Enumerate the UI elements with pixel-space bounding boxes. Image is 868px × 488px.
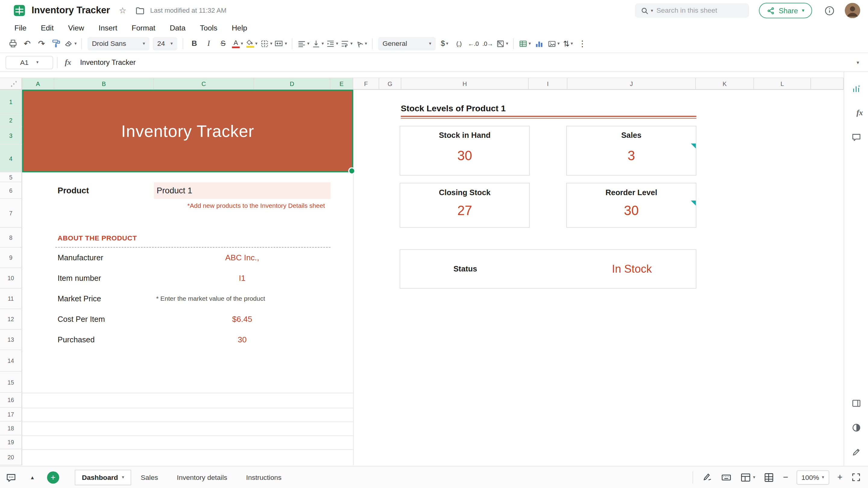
- zoom-level-select[interactable]: 100% ▾: [796, 470, 829, 484]
- row-header-20[interactable]: 20: [0, 450, 22, 465]
- favorite-star-icon[interactable]: ☆: [119, 5, 126, 16]
- row-header-1[interactable]: 1: [0, 90, 22, 114]
- row-header-7[interactable]: 7: [0, 199, 22, 228]
- row-header-13[interactable]: 13: [0, 329, 22, 350]
- row-header-8[interactable]: 8: [0, 228, 22, 248]
- font-family-select[interactable]: Droid Sans ▾: [87, 37, 150, 50]
- card-reorder-level[interactable]: Reorder Level 30: [566, 183, 696, 228]
- document-title[interactable]: Inventory Tracker: [32, 5, 110, 16]
- row-header-9[interactable]: 9: [0, 248, 22, 268]
- functions-panel-icon[interactable]: fx: [854, 107, 865, 118]
- comma-format-button[interactable]: (,): [453, 36, 466, 51]
- insert-chart-button[interactable]: [532, 36, 546, 51]
- formula-bar-expand-icon[interactable]: ▾: [857, 59, 859, 65]
- row-header-2[interactable]: 2: [0, 114, 22, 127]
- menu-tools[interactable]: Tools: [193, 24, 224, 32]
- add-sheet-button[interactable]: +: [47, 471, 59, 483]
- eraser-button[interactable]: ▾: [64, 36, 77, 51]
- edit-tools-icon[interactable]: [851, 447, 862, 458]
- contrast-theme-icon[interactable]: [851, 422, 862, 433]
- about-heading-cell[interactable]: ABOUT THE PRODUCT: [58, 228, 137, 248]
- row-header-15[interactable]: 15: [0, 372, 22, 393]
- chat-comments-icon[interactable]: [5, 472, 17, 483]
- column-header-i[interactable]: I: [529, 78, 567, 89]
- detail-value-item-number[interactable]: I1: [154, 268, 331, 289]
- app-logo-icon[interactable]: [13, 4, 25, 17]
- row-header-5[interactable]: 5: [0, 172, 22, 182]
- layout-view-button[interactable]: ▾: [740, 472, 755, 483]
- product-value-cell[interactable]: Product 1: [154, 182, 331, 199]
- card-closing-stock[interactable]: Closing Stock 27: [400, 183, 530, 228]
- text-color-button[interactable]: A ▾: [231, 36, 244, 51]
- folder-icon[interactable]: [135, 5, 145, 16]
- collapse-toolbar-icon[interactable]: ▲: [30, 475, 35, 480]
- row-header-14[interactable]: 14: [0, 350, 22, 372]
- conditional-format-button[interactable]: ▾: [495, 36, 509, 51]
- bold-button[interactable]: B: [188, 36, 201, 51]
- signature-icon[interactable]: [702, 472, 713, 483]
- decrease-decimal-button[interactable]: ←.0: [467, 36, 480, 51]
- status-card[interactable]: Status In Stock: [400, 250, 696, 289]
- strikethrough-button[interactable]: S: [216, 36, 230, 51]
- fill-color-button[interactable]: ▾: [245, 36, 258, 51]
- detail-value-cost-per-item[interactable]: $6.45: [154, 309, 331, 329]
- panel-toggle-icon[interactable]: [851, 398, 862, 409]
- fullscreen-icon[interactable]: [851, 472, 861, 483]
- more-options-button[interactable]: ⋮: [576, 36, 589, 51]
- print-button[interactable]: [6, 36, 19, 51]
- detail-label-purchased[interactable]: Purchased: [58, 329, 95, 350]
- search-input[interactable]: [655, 6, 743, 15]
- sheet-tab-instructions[interactable]: Instructions: [237, 473, 291, 481]
- detail-label-manufacturer[interactable]: Manufacturer: [58, 248, 103, 268]
- paint-format-button[interactable]: [49, 36, 62, 51]
- column-header-d[interactable]: D: [254, 78, 330, 89]
- detail-value-purchased[interactable]: 30: [154, 329, 331, 350]
- row-header-10[interactable]: 10: [0, 268, 22, 289]
- column-header-partial[interactable]: [811, 78, 844, 89]
- keyboard-icon[interactable]: [721, 472, 732, 483]
- indent-button[interactable]: ▾: [326, 36, 339, 51]
- sheet-tab-sales[interactable]: Sales: [131, 473, 167, 481]
- selection-handle[interactable]: [348, 167, 355, 175]
- merge-cells-button[interactable]: ▾: [274, 36, 287, 51]
- info-icon[interactable]: [824, 5, 835, 16]
- banner-cell[interactable]: Inventory Tracker: [22, 90, 353, 173]
- vertical-align-button[interactable]: ▾: [311, 36, 324, 51]
- row-header-4[interactable]: 4: [0, 144, 22, 172]
- zoom-out-button[interactable]: −: [783, 472, 788, 482]
- undo-button[interactable]: ↶: [21, 36, 34, 51]
- detail-value-market-price[interactable]: * Enter the market value of the product: [156, 289, 328, 309]
- share-button[interactable]: Share ▾: [759, 3, 812, 18]
- row-header-19[interactable]: 19: [0, 435, 22, 450]
- comments-panel-icon[interactable]: [851, 132, 862, 143]
- detail-label-item-number[interactable]: Item number: [58, 268, 101, 289]
- column-header-e[interactable]: E: [331, 78, 353, 89]
- row-header-12[interactable]: 12: [0, 309, 22, 329]
- sheet-tab-dashboard[interactable]: Dashboard ▾: [75, 469, 131, 485]
- detail-label-market-price[interactable]: Market Price: [58, 289, 101, 309]
- dashboard-title[interactable]: Stock Levels of Product 1: [401, 102, 506, 115]
- product-label-cell[interactable]: Product: [58, 182, 89, 199]
- menu-insert[interactable]: Insert: [91, 24, 124, 32]
- product-note-cell[interactable]: *Add new products to the Inventory Detai…: [154, 200, 331, 211]
- row-header-16[interactable]: 16: [0, 393, 22, 408]
- insights-icon[interactable]: [851, 83, 862, 94]
- text-wrap-button[interactable]: ▾: [340, 36, 353, 51]
- font-size-select[interactable]: 24 ▾: [153, 37, 177, 50]
- number-format-select[interactable]: General ▾: [378, 37, 435, 50]
- row-header-17[interactable]: 17: [0, 408, 22, 422]
- menu-edit[interactable]: Edit: [34, 24, 61, 32]
- fx-icon[interactable]: fx: [65, 58, 71, 67]
- column-header-g[interactable]: G: [379, 78, 401, 89]
- currency-format-button[interactable]: $ ▾: [438, 36, 451, 51]
- card-sales[interactable]: Sales 3: [566, 126, 696, 175]
- search-options-caret-icon[interactable]: ▾: [651, 8, 653, 13]
- row-header-6[interactable]: 6: [0, 182, 22, 199]
- horizontal-align-button[interactable]: ▾: [297, 36, 310, 51]
- text-rotate-button[interactable]: ▾: [354, 36, 368, 51]
- card-stock-in-hand[interactable]: Stock in Hand 30: [400, 126, 530, 175]
- menu-format[interactable]: Format: [124, 24, 162, 32]
- row-header-11[interactable]: 11: [0, 289, 22, 309]
- sort-button[interactable]: ⇅ ▾: [561, 36, 575, 51]
- increase-decimal-button[interactable]: .0→: [481, 36, 494, 51]
